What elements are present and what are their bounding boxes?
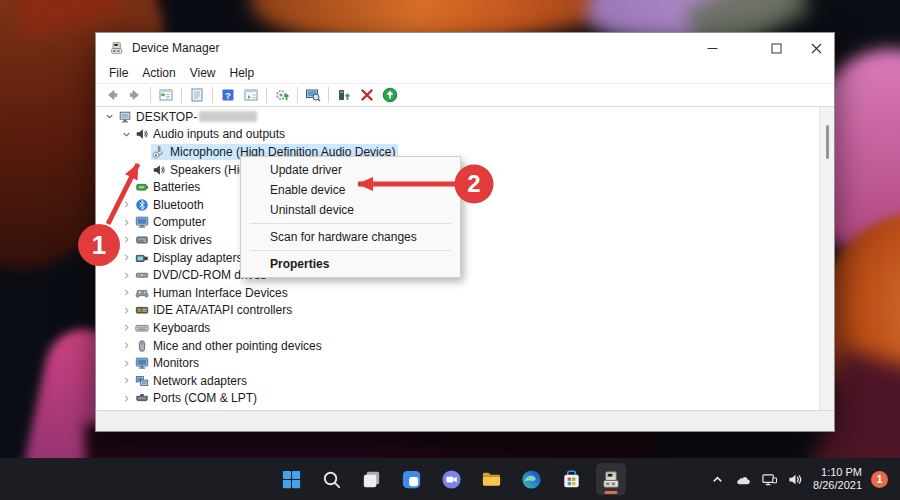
toolbar-separator [266, 87, 267, 103]
chevron-collapsed-icon[interactable] [121, 339, 134, 352]
back-button[interactable] [102, 86, 122, 105]
menu-file[interactable]: File [102, 66, 135, 80]
toolbar-separator [297, 87, 298, 103]
enable-device-button[interactable] [334, 86, 354, 105]
bluetooth-icon [135, 198, 149, 212]
tree-item-monitors[interactable]: Monitors [96, 354, 819, 372]
tree-item-label: Disk drives [153, 233, 212, 247]
onedrive-icon[interactable] [735, 472, 752, 487]
chevron-collapsed-icon[interactable] [121, 357, 134, 370]
taskbar-search-button[interactable] [316, 463, 346, 495]
menu-item-update-driver[interactable]: Update driver [241, 160, 460, 180]
tree-item-human-interface-devices[interactable]: Human Interface Devices [96, 284, 819, 302]
row-content: Display adapters [134, 250, 245, 266]
chevron-collapsed-icon[interactable] [121, 304, 134, 317]
display-adapter-icon [135, 251, 149, 265]
chevron-collapsed-icon[interactable] [121, 321, 134, 334]
chevron-collapsed-icon[interactable] [121, 198, 134, 211]
forward-button[interactable] [125, 86, 145, 105]
chevron-placeholder [138, 145, 151, 158]
tree-item-label: Speakers (Hig [170, 163, 246, 177]
active-app-indicator [605, 491, 618, 494]
chevron-expanded-icon[interactable] [121, 128, 134, 141]
menu-help[interactable]: Help [223, 66, 262, 80]
update-driver-software-button[interactable] [380, 86, 400, 105]
chevron-collapsed-icon[interactable] [121, 181, 134, 194]
tree-item-keyboards[interactable]: Keyboards [96, 319, 819, 337]
hid-icon [135, 286, 149, 300]
taskbar-file-explorer-button[interactable] [476, 463, 506, 495]
chevron-collapsed-icon[interactable] [121, 269, 134, 282]
row-content: Network adapters [134, 373, 250, 389]
row-content: Batteries [134, 179, 203, 195]
taskbar-start-button[interactable] [276, 463, 306, 495]
scan-hardware-button[interactable] [303, 86, 323, 105]
taskbar-device-manager-button[interactable] [596, 463, 626, 495]
ports-icon [135, 391, 149, 405]
show-action-pane-button[interactable] [241, 86, 261, 105]
taskbar-chat-button[interactable] [436, 463, 466, 495]
close-button[interactable] [798, 33, 834, 63]
tree-item-label: Monitors [153, 356, 199, 370]
title-bar: Device Manager [96, 33, 834, 63]
taskbar: 1:10 PM 8/26/2021 1 [0, 458, 900, 500]
minimize-button[interactable] [694, 33, 730, 63]
system-tray: 1:10 PM 8/26/2021 1 [709, 458, 888, 500]
chevron-collapsed-icon[interactable] [121, 251, 134, 264]
scrollbar-thumb[interactable] [826, 125, 829, 159]
taskbar-task-view-button[interactable] [356, 463, 386, 495]
tree-item-label: Audio inputs and outputs [153, 127, 285, 141]
maximize-button[interactable] [758, 33, 794, 63]
menu-item-scan-for-hardware-changes[interactable]: Scan for hardware changes [241, 227, 460, 247]
network-icon[interactable] [761, 472, 778, 487]
tree-item-label: Keyboards [153, 321, 210, 335]
row-content: Bluetooth [134, 197, 207, 213]
tree-item-ide-ata-atapi-controllers[interactable]: IDE ATA/ATAPI controllers [96, 302, 819, 320]
menu-item-uninstall-device[interactable]: Uninstall device [241, 200, 460, 220]
uninstall-device-button[interactable] [357, 86, 377, 105]
menu-item-properties[interactable]: Properties [241, 254, 460, 274]
tree-item-mice-and-other-pointing-devices[interactable]: Mice and other pointing devices [96, 337, 819, 355]
chevron-expanded-icon[interactable] [104, 110, 117, 123]
toolbar-separator [328, 87, 329, 103]
keyboard-icon [135, 321, 149, 335]
help-button[interactable]: ? [218, 86, 238, 105]
tree-item-label: DESKTOP- [136, 110, 197, 124]
chevron-collapsed-icon[interactable] [121, 392, 134, 405]
volume-icon[interactable] [787, 472, 804, 487]
taskbar-edge-button[interactable] [516, 463, 546, 495]
chevron-collapsed-icon[interactable] [121, 233, 134, 246]
tree-item-label: Computer [153, 215, 206, 229]
tree-item-label: Bluetooth [153, 198, 204, 212]
taskbar-store-button[interactable] [556, 463, 586, 495]
menu-action[interactable]: Action [135, 66, 182, 80]
chevron-up-icon[interactable] [709, 472, 726, 487]
tree-item-audio-inputs-and-outputs[interactable]: Audio inputs and outputs [96, 126, 819, 144]
properties-button[interactable] [187, 86, 207, 105]
taskbar-widgets-button[interactable] [396, 463, 426, 495]
notification-badge[interactable]: 1 [871, 471, 888, 488]
tree-item-desktop[interactable]: DESKTOP- [96, 108, 819, 126]
tree-item-label: Ports (COM & LPT) [153, 391, 257, 405]
console-tree-button[interactable] [156, 86, 176, 105]
computer-icon [118, 110, 132, 124]
tree-item-network-adapters[interactable]: Network adapters [96, 372, 819, 390]
row-content: Computer [134, 214, 209, 230]
menu-item-enable-device[interactable]: Enable device [241, 180, 460, 200]
chevron-collapsed-icon[interactable] [121, 216, 134, 229]
update-driver-button[interactable] [272, 86, 292, 105]
chevron-collapsed-icon[interactable] [121, 286, 134, 299]
tree-item-label: IDE ATA/ATAPI controllers [153, 303, 292, 317]
microphone-disabled-icon [152, 145, 166, 159]
vertical-scrollbar[interactable] [819, 107, 834, 410]
menu-view[interactable]: View [183, 66, 223, 80]
row-content: Monitors [134, 355, 202, 371]
ide-controller-icon [135, 303, 149, 317]
taskbar-clock[interactable]: 1:10 PM 8/26/2021 [813, 466, 862, 492]
chevron-collapsed-icon[interactable] [121, 374, 134, 387]
menu-separator [250, 250, 451, 251]
clock-date: 8/26/2021 [813, 479, 862, 492]
tree-item-ports-com-lpt[interactable]: Ports (COM & LPT) [96, 390, 819, 408]
mouse-icon [135, 339, 149, 353]
row-content: Mice and other pointing devices [134, 338, 325, 354]
